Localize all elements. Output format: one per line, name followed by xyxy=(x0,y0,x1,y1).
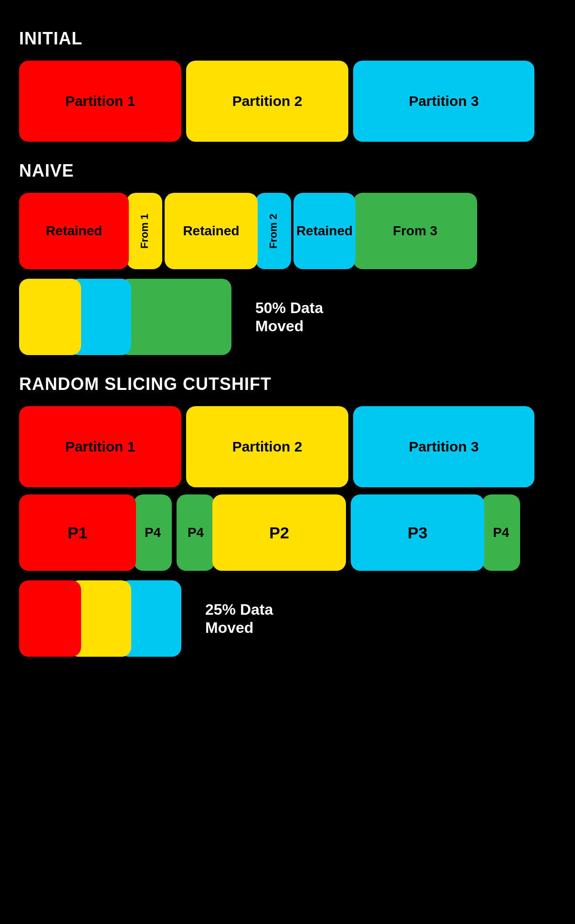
rsc-p4-green-3-block: P4 xyxy=(482,494,520,571)
naive-from-1-block: From 1 xyxy=(126,193,162,269)
rsc-p1-block: P1 xyxy=(19,494,136,571)
naive-from-3-block: From 3 xyxy=(353,193,477,269)
initial-partition-3: Partition 3 xyxy=(353,61,534,142)
rsc-moved-red xyxy=(19,580,81,657)
rsc-partition-1: Partition 1 xyxy=(19,406,181,487)
rsc-p2-block: P2 xyxy=(212,494,346,571)
naive-retained-2-block: Retained xyxy=(165,193,258,269)
rsc-p3-block: P3 xyxy=(351,494,484,571)
rsc-partition-row: Partition 1 Partition 2 Partition 3 xyxy=(19,406,556,487)
initial-partition-1: Partition 1 xyxy=(19,61,181,142)
rsc-moved-row: 25% DataMoved xyxy=(19,580,556,657)
naive-data-moved-label: 50% DataMoved xyxy=(255,299,323,336)
rsc-row2: P1 P4 P4 P2 P3 P4 xyxy=(19,494,556,571)
rsc-partition-2: Partition 2 xyxy=(186,406,348,487)
initial-partition-row: Partition 1 Partition 2 Partition 3 xyxy=(19,61,556,142)
naive-title: NAIVE xyxy=(19,161,556,181)
naive-moved-green xyxy=(119,279,231,355)
initial-section: INITIAL Partition 1 Partition 2 Partitio… xyxy=(19,29,556,142)
naive-retained-row: Retained From 1 Retained From 2 Retained… xyxy=(19,193,556,269)
initial-title: INITIAL xyxy=(19,29,556,49)
initial-partition-2: Partition 2 xyxy=(186,61,348,142)
rsc-p4-green-2-block: P4 xyxy=(177,494,215,571)
rsc-title: RANDOM SLICING CUTSHIFT xyxy=(19,374,556,394)
naive-section: NAIVE Retained From 1 Retained From 2 Re… xyxy=(19,161,556,355)
rsc-data-moved-label: 25% DataMoved xyxy=(205,600,273,637)
naive-moved-yellow xyxy=(19,279,81,355)
rsc-partition-3: Partition 3 xyxy=(353,406,534,487)
rsc-section: RANDOM SLICING CUTSHIFT Partition 1 Part… xyxy=(19,374,556,657)
naive-from-2-block: From 2 xyxy=(255,193,291,269)
naive-retained-3-block: Retained xyxy=(293,193,355,269)
naive-retained-1-block: Retained xyxy=(19,193,129,269)
naive-moved-row: 50% DataMoved xyxy=(19,279,556,355)
rsc-p4-green-1-block: P4 xyxy=(134,494,172,571)
